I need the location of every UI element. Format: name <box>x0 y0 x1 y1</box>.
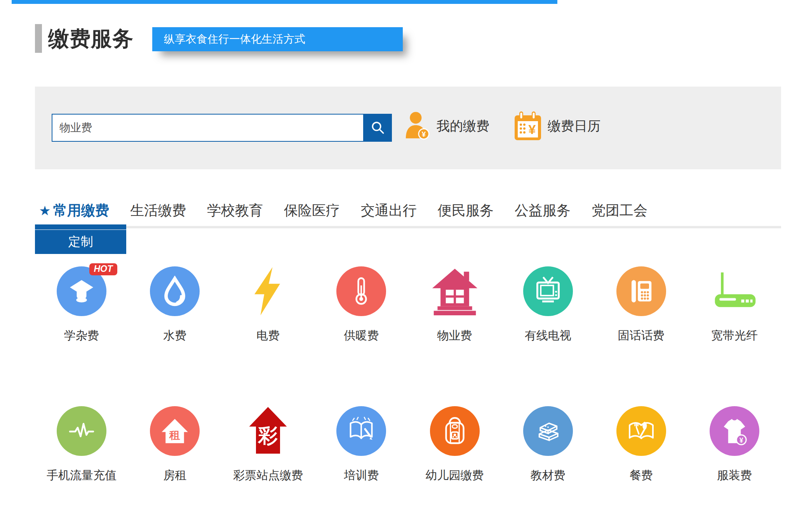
search-panel: ¥我的缴费¥缴费日历 <box>35 87 781 169</box>
person-yuan-icon: ¥ <box>405 111 431 142</box>
tab-item-1[interactable]: 生活缴费 <box>130 201 186 220</box>
category-tabs: ★常用缴费生活缴费学校教育保险医疗交通出行便民服务公益服务党团工会 <box>40 201 668 220</box>
tshirt-icon: ¥ <box>710 406 759 456</box>
tab-label: 党团工会 <box>592 201 647 220</box>
service-item[interactable]: 教材费 <box>501 399 595 483</box>
service-label: 物业费 <box>437 328 472 344</box>
tab-item-7[interactable]: 党团工会 <box>592 201 647 220</box>
tab-item-6[interactable]: 公益服务 <box>515 201 571 220</box>
service-item[interactable]: 培训费 <box>315 399 408 483</box>
service-label: 餐费 <box>630 468 653 483</box>
meal-icon <box>616 406 666 456</box>
tab-item-3[interactable]: 保险医疗 <box>284 201 340 220</box>
page-title: 缴费服务 <box>48 24 134 53</box>
router-icon <box>710 266 759 316</box>
service-label: 培训费 <box>344 468 379 483</box>
water-drop-icon <box>150 266 200 316</box>
house-icon <box>430 266 480 316</box>
desk-phone-icon <box>616 266 666 316</box>
graduation-cap-icon: HOT <box>57 266 106 316</box>
service-grid-row-2: 手机流量充值租房租彩彩票站点缴费培训费幼儿园缴费教材费餐费¥服装费 <box>35 399 781 483</box>
service-label: 手机流量充值 <box>47 468 117 483</box>
service-label: 彩票站点缴费 <box>233 468 303 483</box>
slogan-text: 纵享衣食住行一体化生活方式 <box>164 33 305 45</box>
tab-item-0[interactable]: ★常用缴费 <box>40 201 109 220</box>
search-button[interactable] <box>364 114 392 142</box>
slogan-ribbon: 纵享衣食住行一体化生活方式 <box>152 27 403 51</box>
quick-link-label: 缴费日历 <box>548 117 600 135</box>
service-item[interactable]: 幼儿园缴费 <box>408 399 501 483</box>
tab-item-4[interactable]: 交通出行 <box>361 201 417 220</box>
service-item[interactable]: 水费 <box>128 259 221 344</box>
service-label: 电费 <box>256 328 280 344</box>
service-item[interactable]: 彩彩票站点缴费 <box>221 399 315 483</box>
service-item[interactable]: 物业费 <box>408 259 501 344</box>
svg-text:¥: ¥ <box>740 436 743 444</box>
page-header: 缴费服务 纵享衣食住行一体化生活方式 <box>35 24 403 53</box>
service-item[interactable]: 手机流量充值 <box>35 399 128 483</box>
tabs-divider-line <box>126 226 781 228</box>
tab-label: 公益服务 <box>515 201 571 220</box>
service-label: 幼儿园缴费 <box>426 468 484 483</box>
quick-link-label: 我的缴费 <box>437 117 489 135</box>
books-icon <box>523 406 573 456</box>
svg-text:¥: ¥ <box>529 122 536 137</box>
tab-label: 交通出行 <box>361 201 417 220</box>
calendar-yuan-icon: ¥ <box>513 111 542 142</box>
tab-label: 保险医疗 <box>284 201 340 220</box>
backpack-icon <box>430 406 480 456</box>
house-rent-icon: 租 <box>150 406 200 456</box>
service-item[interactable]: 固话话费 <box>595 259 688 344</box>
tab-item-5[interactable]: 便民服务 <box>438 201 494 220</box>
hot-badge: HOT <box>89 263 118 275</box>
book-pencil-icon <box>336 406 386 456</box>
star-icon: ★ <box>40 205 50 217</box>
tab-label: 学校教育 <box>207 201 263 220</box>
customize-button[interactable]: 定制 <box>35 230 126 254</box>
magnifier-icon <box>369 119 386 136</box>
my-payments-link[interactable]: ¥我的缴费 <box>405 111 489 142</box>
svg-text:租: 租 <box>169 429 180 441</box>
svg-text:¥: ¥ <box>422 130 426 138</box>
service-label: 供暖费 <box>344 328 379 344</box>
service-label: 学杂费 <box>64 328 99 344</box>
service-item[interactable]: 宽带光纤 <box>688 259 781 344</box>
service-item[interactable]: ¥服装费 <box>688 399 781 483</box>
tv-icon <box>523 266 573 316</box>
quick-links: ¥我的缴费¥缴费日历 <box>405 109 600 143</box>
service-label: 固话话费 <box>618 328 665 344</box>
active-tab-underline <box>35 224 126 229</box>
service-label: 房租 <box>163 468 186 483</box>
service-item[interactable]: 供暖费 <box>315 259 408 344</box>
service-item[interactable]: 电费 <box>221 259 315 344</box>
service-label: 水费 <box>163 328 186 344</box>
service-label: 有线电视 <box>525 328 571 344</box>
tab-label: 生活缴费 <box>130 201 186 220</box>
service-grid-row-1: HOT学杂费水费电费供暖费物业费有线电视固话话费宽带光纤 <box>35 259 781 344</box>
service-item[interactable]: 餐费 <box>595 399 688 483</box>
service-item[interactable]: 租房租 <box>128 399 221 483</box>
tab-item-2[interactable]: 学校教育 <box>207 201 263 220</box>
search-input[interactable] <box>52 114 364 142</box>
payment-calendar-link[interactable]: ¥缴费日历 <box>513 111 600 142</box>
service-label: 教材费 <box>531 468 566 483</box>
thermometer-icon <box>336 266 386 316</box>
tab-label: 便民服务 <box>438 201 494 220</box>
title-accent-bar <box>35 24 42 53</box>
service-label: 宽带光纤 <box>711 328 758 344</box>
service-label: 服装费 <box>717 468 752 483</box>
lightning-icon <box>243 266 293 316</box>
service-item[interactable]: 有线电视 <box>501 259 595 344</box>
service-item[interactable]: HOT学杂费 <box>35 259 128 344</box>
top-accent-bar <box>12 0 557 4</box>
tab-label: 常用缴费 <box>53 201 109 220</box>
svg-text:彩: 彩 <box>258 424 278 447</box>
lottery-house-icon: 彩 <box>243 406 293 456</box>
search-bar <box>52 114 392 142</box>
pulse-icon <box>57 406 106 456</box>
